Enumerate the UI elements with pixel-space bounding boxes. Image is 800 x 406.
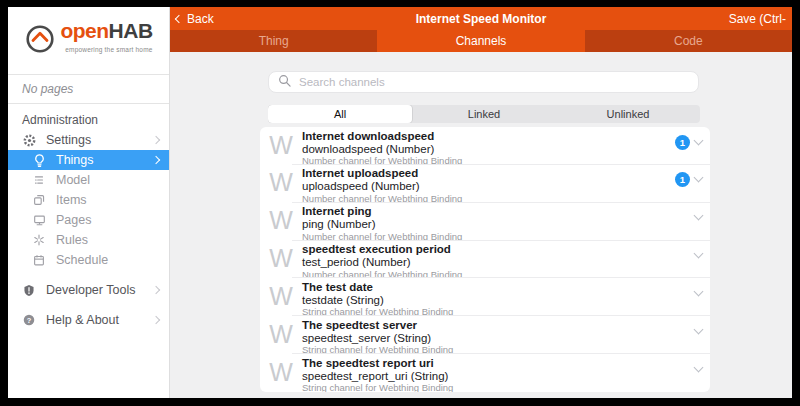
openhab-logo-icon bbox=[24, 23, 56, 59]
developer-shield-icon bbox=[21, 282, 37, 298]
channel-description: Number channel for Webthing Binding bbox=[302, 231, 667, 241]
channel-id: ping (Number) bbox=[302, 218, 667, 231]
channel-description: String channel for Webthing Binding bbox=[302, 306, 667, 316]
items-copy-icon bbox=[31, 192, 47, 208]
sidebar-item-label: Model bbox=[56, 173, 90, 187]
tab-code[interactable]: Code bbox=[585, 30, 792, 52]
content-area: All Linked Unlinked W Internet downloads… bbox=[170, 52, 792, 398]
filter-all[interactable]: All bbox=[268, 105, 412, 123]
sidebar-item-rules[interactable]: Rules bbox=[8, 230, 169, 250]
channels-list: W Internet downloadspeed downloadspeed (… bbox=[260, 127, 710, 392]
sidebar-item-developer-tools[interactable]: Developer Tools bbox=[8, 280, 169, 300]
channel-id: downloadspeed (Number) bbox=[302, 143, 667, 156]
rules-sparkle-icon bbox=[31, 232, 47, 248]
channel-row[interactable]: W speedtest execution period test_period… bbox=[260, 241, 710, 279]
channel-description: String channel for Webthing Binding bbox=[302, 344, 667, 354]
channel-id: uploadspeed (Number) bbox=[302, 180, 667, 193]
chevron-down-icon[interactable] bbox=[694, 249, 704, 259]
channel-description: Number channel for Webthing Binding bbox=[302, 193, 667, 203]
svg-text:?: ? bbox=[27, 316, 32, 325]
sidebar-item-label: Settings bbox=[46, 133, 91, 147]
sidebar-item-label: Rules bbox=[56, 233, 88, 247]
chevron-down-icon[interactable] bbox=[694, 362, 704, 372]
channel-initial: W bbox=[268, 281, 294, 316]
back-label: Back bbox=[187, 12, 214, 26]
filter-linked[interactable]: Linked bbox=[412, 105, 556, 123]
tab-thing[interactable]: Thing bbox=[170, 30, 377, 52]
linked-count-badge: 1 bbox=[675, 135, 690, 150]
channel-title: The speedtest report uri bbox=[302, 357, 667, 370]
openhab-logo: openHAB empowering the smart home bbox=[8, 7, 169, 74]
search-bar[interactable] bbox=[268, 71, 699, 93]
page-title: Internet Speed Monitor bbox=[170, 12, 792, 26]
channel-row[interactable]: W Internet uploadspeed uploadspeed (Numb… bbox=[260, 165, 710, 203]
filter-unlinked[interactable]: Unlinked bbox=[556, 105, 700, 123]
sidebar-item-schedule[interactable]: Schedule bbox=[8, 250, 169, 270]
sidebar-item-pages[interactable]: Pages bbox=[8, 210, 169, 230]
filter-segmented-control: All Linked Unlinked bbox=[268, 105, 700, 123]
channel-title: speedtest execution period bbox=[302, 243, 667, 256]
sidebar-item-label: Things bbox=[56, 153, 94, 167]
schedule-calendar-icon bbox=[31, 252, 47, 268]
channel-initial: W bbox=[268, 357, 294, 392]
no-pages-label: No pages bbox=[8, 74, 169, 104]
channel-row[interactable]: W Internet downloadspeed downloadspeed (… bbox=[260, 127, 710, 165]
channel-title: The speedtest server bbox=[302, 319, 667, 332]
back-button[interactable]: Back bbox=[176, 12, 214, 26]
search-input[interactable] bbox=[297, 75, 689, 89]
chevron-down-icon[interactable] bbox=[694, 173, 704, 183]
save-button[interactable]: Save (Ctrl- bbox=[729, 12, 786, 26]
sidebar-item-help-about[interactable]: ? Help & About bbox=[8, 310, 169, 330]
chevron-left-icon bbox=[175, 14, 183, 22]
chevron-down-icon[interactable] bbox=[694, 286, 704, 296]
openhab-wordmark: openHAB empowering the smart home bbox=[60, 21, 152, 60]
channel-id: speedtest_report_uri (String) bbox=[302, 370, 667, 383]
pages-display-icon bbox=[31, 212, 47, 228]
channel-row[interactable]: W The test date testdate (String) String… bbox=[260, 278, 710, 316]
chevron-down-icon[interactable] bbox=[694, 135, 704, 145]
gear-icon bbox=[21, 132, 37, 148]
sidebar-item-label: Items bbox=[56, 193, 87, 207]
chevron-down-icon[interactable] bbox=[694, 211, 704, 221]
tab-channels[interactable]: Channels bbox=[377, 30, 584, 52]
sidebar-item-label: Pages bbox=[56, 213, 91, 227]
chevron-right-icon bbox=[152, 316, 160, 324]
sidebar-item-model[interactable]: Model bbox=[8, 170, 169, 190]
channel-description: String channel for Webthing Binding bbox=[302, 382, 667, 392]
search-icon bbox=[278, 73, 291, 91]
channel-initial: W bbox=[268, 319, 294, 354]
channel-initial: W bbox=[268, 243, 294, 278]
chevron-right-icon bbox=[152, 136, 160, 144]
channel-title: Internet uploadspeed bbox=[302, 167, 667, 180]
sidebar-item-things[interactable]: Things bbox=[8, 150, 169, 170]
channel-row[interactable]: W The speedtest report uri speedtest_rep… bbox=[260, 354, 710, 392]
app-window: openHAB empowering the smart home No pag… bbox=[8, 7, 792, 398]
channel-initial: W bbox=[268, 130, 294, 165]
sidebar-item-label: Schedule bbox=[56, 253, 108, 267]
channel-title: The test date bbox=[302, 281, 667, 294]
channel-id: speedtest_server (String) bbox=[302, 332, 667, 345]
sidebar-item-label: Help & About bbox=[46, 313, 119, 327]
help-question-icon: ? bbox=[21, 312, 37, 328]
channel-title: Internet ping bbox=[302, 205, 667, 218]
lightbulb-icon bbox=[31, 152, 47, 168]
chevron-down-icon[interactable] bbox=[694, 324, 704, 334]
sidebar: openHAB empowering the smart home No pag… bbox=[8, 7, 170, 398]
linked-count-badge: 1 bbox=[675, 172, 690, 187]
channel-row[interactable]: W The speedtest server speedtest_server … bbox=[260, 316, 710, 354]
channel-title: Internet downloadspeed bbox=[302, 130, 667, 143]
channel-row[interactable]: W Internet ping ping (Number) Number cha… bbox=[260, 203, 710, 241]
chevron-right-icon bbox=[152, 286, 160, 294]
channel-description: Number channel for Webthing Binding bbox=[302, 155, 667, 165]
sidebar-item-settings[interactable]: Settings bbox=[8, 130, 169, 150]
channel-initial: W bbox=[268, 205, 294, 240]
chevron-right-icon bbox=[152, 156, 160, 164]
main-area: Back Internet Speed Monitor Save (Ctrl- … bbox=[170, 7, 792, 398]
channel-description: Number channel for Webthing Binding bbox=[302, 269, 667, 279]
model-tree-icon bbox=[31, 172, 47, 188]
sidebar-item-label: Developer Tools bbox=[46, 283, 135, 297]
sidebar-nav: Settings Things Model Items Pages Rules … bbox=[8, 130, 169, 330]
sidebar-section-administration: Administration bbox=[22, 113, 169, 127]
sidebar-item-items[interactable]: Items bbox=[8, 190, 169, 210]
channel-initial: W bbox=[268, 167, 294, 202]
